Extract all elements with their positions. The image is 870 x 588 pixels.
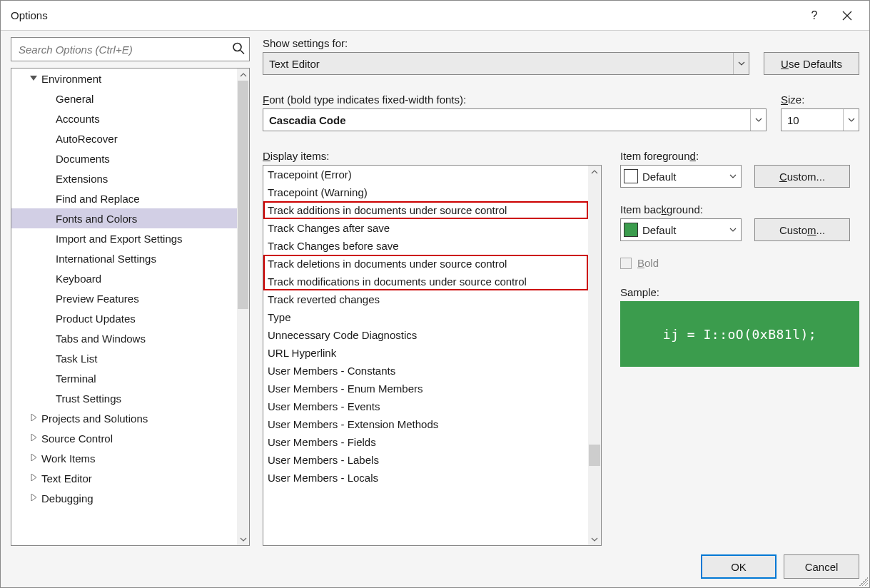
- scroll-thumb[interactable]: [238, 81, 248, 309]
- item-bg-label: Item background:: [620, 203, 859, 216]
- tree-item-label: Terminal: [56, 372, 96, 385]
- cancel-button[interactable]: Cancel: [784, 554, 859, 579]
- sample-preview: ij = I::oO(0xB81l);: [620, 301, 859, 367]
- show-settings-dropdown[interactable]: Text Editor: [263, 52, 749, 75]
- search-input[interactable]: [17, 43, 226, 56]
- bold-checkbox[interactable]: [620, 258, 632, 269]
- font-dropdown[interactable]: Cascadia Code: [263, 108, 767, 131]
- display-item[interactable]: Track reverted changes: [263, 290, 588, 308]
- use-defaults-button[interactable]: Use Defaults: [764, 52, 859, 75]
- tree-item-trust-settings[interactable]: Trust Settings: [11, 388, 237, 408]
- tree-item-tabs-and-windows[interactable]: Tabs and Windows: [11, 328, 237, 348]
- tree-item-extensions[interactable]: Extensions: [11, 168, 237, 188]
- tree-item-label: Text Editor: [41, 472, 92, 485]
- scroll-up-icon[interactable]: [588, 166, 601, 178]
- display-item[interactable]: Tracepoint (Warning): [263, 183, 588, 201]
- display-item[interactable]: Track deletions in documents under sourc…: [263, 255, 588, 273]
- scroll-thumb[interactable]: [589, 445, 600, 466]
- show-settings-label: Show settings for:: [263, 37, 749, 49]
- display-item[interactable]: Track Changes before save: [263, 237, 588, 255]
- item-fg-value: Default: [642, 171, 677, 183]
- fg-color-swatch: [624, 169, 638, 183]
- options-tree[interactable]: EnvironmentGeneralAccountsAutoRecoverDoc…: [11, 68, 250, 546]
- tree-item-task-list[interactable]: Task List: [11, 348, 237, 368]
- tree-scrollbar[interactable]: [237, 69, 249, 545]
- tree-item-documents[interactable]: Documents: [11, 148, 237, 168]
- tree-item-label: International Settings: [56, 253, 156, 265]
- tree-item-international-settings[interactable]: International Settings: [11, 248, 237, 268]
- item-fg-label: Item foreground:: [620, 150, 859, 162]
- tree-item-label: Documents: [56, 153, 110, 165]
- size-dropdown[interactable]: 10: [781, 108, 859, 131]
- font-label: Font (bold type indicates fixed-width fo…: [263, 93, 767, 106]
- tree-item-projects-and-solutions[interactable]: Projects and Solutions: [11, 408, 237, 428]
- scroll-down-icon[interactable]: [237, 533, 249, 545]
- sample-text: ij = I::oO(0xB81l);: [663, 327, 816, 342]
- display-item[interactable]: Track modifications in documents under s…: [263, 273, 588, 290]
- tree-item-label: Trust Settings: [56, 392, 121, 405]
- tree-item-source-control[interactable]: Source Control: [11, 428, 237, 448]
- display-item[interactable]: User Members - Constants: [263, 362, 588, 380]
- tree-item-label: Debugging: [41, 492, 93, 505]
- size-label: Size:: [781, 93, 859, 106]
- left-column: EnvironmentGeneralAccountsAutoRecoverDoc…: [11, 37, 250, 546]
- tree-item-label: AutoRecover: [56, 133, 118, 145]
- item-fg-dropdown[interactable]: Default: [620, 165, 742, 188]
- display-item[interactable]: User Members - Labels: [263, 451, 588, 469]
- tree-item-label: Keyboard: [56, 273, 101, 285]
- display-item[interactable]: Type: [263, 308, 588, 326]
- tree-item-work-items[interactable]: Work Items: [11, 448, 237, 468]
- font-value: Cascadia Code: [269, 114, 346, 126]
- display-item[interactable]: Tracepoint (Error): [263, 166, 588, 183]
- tree-item-product-updates[interactable]: Product Updates: [11, 308, 237, 328]
- scroll-up-icon[interactable]: [237, 69, 249, 81]
- chevron-right-icon: [29, 414, 39, 422]
- tree-item-label: Source Control: [41, 432, 113, 445]
- ok-button[interactable]: OK: [701, 554, 777, 579]
- svg-point-2: [233, 44, 241, 51]
- resize-grip-icon[interactable]: [859, 577, 868, 586]
- tree-item-general[interactable]: General: [11, 88, 237, 108]
- scroll-down-icon[interactable]: [588, 533, 601, 545]
- display-item[interactable]: User Members - Events: [263, 397, 588, 415]
- tree-item-preview-features[interactable]: Preview Features: [11, 288, 237, 308]
- display-item[interactable]: User Members - Fields: [263, 433, 588, 451]
- tree-item-accounts[interactable]: Accounts: [11, 108, 237, 128]
- custom-bg-button[interactable]: Custom...: [754, 218, 850, 241]
- display-item[interactable]: Track Changes after save: [263, 219, 588, 237]
- chevron-right-icon: [29, 474, 39, 482]
- bold-checkbox-row: Bold: [620, 257, 859, 269]
- tree-item-text-editor[interactable]: Text Editor: [11, 468, 237, 488]
- tree-item-import-and-export-settings[interactable]: Import and Export Settings: [11, 228, 237, 248]
- search-options-field[interactable]: [11, 37, 250, 61]
- tree-item-label: Task List: [56, 353, 97, 365]
- search-icon: [232, 42, 245, 57]
- display-item[interactable]: User Members - Extension Methods: [263, 415, 588, 433]
- display-item[interactable]: Unnecessary Code Diagnostics: [263, 326, 588, 344]
- tree-item-fonts-and-colors[interactable]: Fonts and Colors: [11, 208, 237, 228]
- options-dialog: Options ? EnvironmentGeneralAccountsAuto…: [0, 0, 870, 588]
- display-item[interactable]: URL Hyperlink: [263, 344, 588, 362]
- display-item[interactable]: User Members - Locals: [263, 469, 588, 487]
- close-button[interactable]: [831, 1, 864, 30]
- tree-item-debugging[interactable]: Debugging: [11, 488, 237, 508]
- tree-item-find-and-replace[interactable]: Find and Replace: [11, 188, 237, 208]
- tree-item-label: Work Items: [41, 452, 96, 465]
- tree-item-environment[interactable]: Environment: [11, 69, 237, 88]
- highlighted-group: Track deletions in documents under sourc…: [263, 255, 588, 290]
- display-item[interactable]: User Members - Enum Members: [263, 380, 588, 397]
- close-icon: [842, 11, 852, 21]
- display-items-list[interactable]: Tracepoint (Error)Tracepoint (Warning)Tr…: [263, 165, 602, 546]
- item-bg-dropdown[interactable]: Default: [620, 218, 742, 241]
- chevron-down-icon: [725, 166, 741, 187]
- chevron-down-icon: [750, 109, 766, 131]
- tree-item-autorecover[interactable]: AutoRecover: [11, 128, 237, 148]
- titlebar: Options ?: [1, 1, 869, 31]
- tree-item-terminal[interactable]: Terminal: [11, 368, 237, 388]
- chevron-down-icon: [725, 219, 741, 240]
- tree-item-keyboard[interactable]: Keyboard: [11, 268, 237, 288]
- help-button[interactable]: ?: [798, 1, 831, 30]
- custom-fg-button[interactable]: Custom...: [754, 165, 850, 188]
- display-item[interactable]: Track additions in documents under sourc…: [263, 201, 588, 219]
- display-list-scrollbar[interactable]: [588, 166, 601, 545]
